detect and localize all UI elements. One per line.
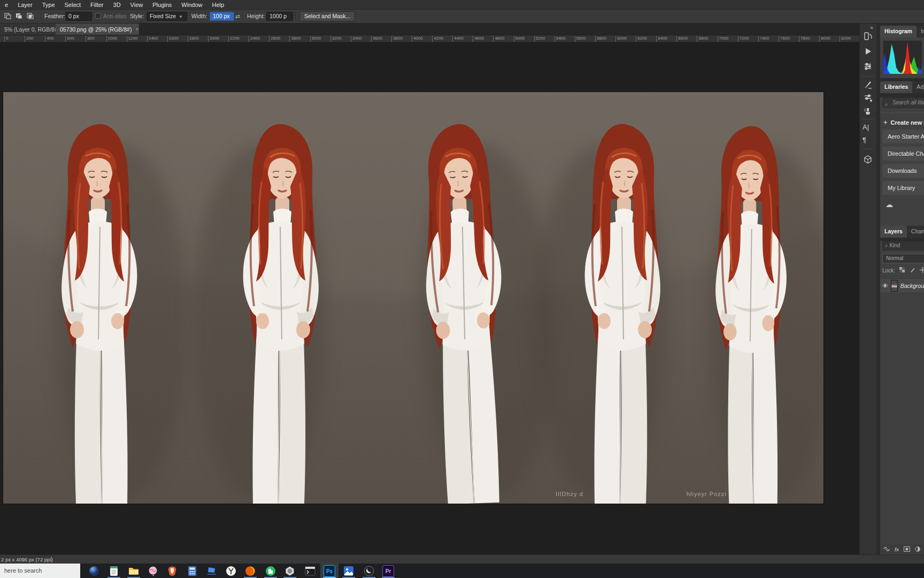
windows-taskbar: here to search Ps xyxy=(0,564,924,578)
hexagon-app-icon[interactable] xyxy=(283,565,296,577)
brain-app-icon[interactable] xyxy=(147,565,159,577)
close-tab-icon[interactable]: × xyxy=(135,26,138,32)
tab-adjustments[interactable]: Adjustme xyxy=(912,81,924,93)
terminal-icon[interactable] xyxy=(304,565,317,577)
lock-move-icon[interactable] xyxy=(920,267,924,274)
histogram-panel: Histogram Info xyxy=(880,26,924,78)
premiere-icon[interactable]: Pr xyxy=(382,565,395,577)
feather-input[interactable]: 0 px xyxy=(65,12,92,21)
menu-item-window[interactable]: Window xyxy=(176,2,207,8)
menu-item-3d[interactable]: 3D xyxy=(109,2,126,8)
antialias-label: Anti-alias xyxy=(103,13,126,19)
actions-play-icon[interactable] xyxy=(863,46,873,57)
menu-item-type[interactable]: Type xyxy=(37,2,60,8)
options-bar: Feather: 0 px Anti-alias Style: Fixed Si… xyxy=(0,10,924,24)
ruler-tick: 4400 xyxy=(452,36,464,42)
file-explorer-icon[interactable] xyxy=(127,565,140,577)
tab-document-1[interactable]: 5% (Layer 0, RGB/8#) * × xyxy=(0,24,64,35)
ruler-tick: 7800 xyxy=(799,36,810,42)
firefox-icon[interactable] xyxy=(244,565,257,577)
menu-item-filter[interactable]: Filter xyxy=(86,2,108,8)
brush-settings-icon[interactable] xyxy=(863,79,873,90)
watermark-text-left: IIlDhzy d xyxy=(556,491,583,497)
watermark-text-right: hliyeyr Pozzi Y A xyxy=(687,491,740,497)
adjustment-layer-icon[interactable] xyxy=(915,546,920,553)
menu-item-help[interactable]: Help xyxy=(207,2,229,8)
photoshop-icon[interactable]: Ps xyxy=(323,565,336,577)
tab-histogram[interactable]: Histogram xyxy=(880,26,917,37)
menu-item-e[interactable]: e xyxy=(0,2,13,8)
taskbar-search-input[interactable]: here to search xyxy=(0,564,80,578)
library-item-aero-starter-ass[interactable]: Aero Starter Ass xyxy=(882,130,924,143)
layer-style-icon[interactable]: fx xyxy=(895,547,899,552)
library-item-directable-chara[interactable]: Directable Chara xyxy=(882,147,924,161)
tool-presets-icon[interactable] xyxy=(863,92,873,103)
library-item-my-library[interactable]: My Library xyxy=(882,181,924,195)
tab-channels[interactable]: Channels xyxy=(907,226,924,238)
laptop-app-icon[interactable] xyxy=(205,565,218,577)
ruler-tick: 2800 xyxy=(289,36,301,42)
height-input[interactable]: 1000 p xyxy=(266,12,293,21)
layer-visibility-icon[interactable]: 👁 xyxy=(882,283,888,289)
canvas-pasteboard[interactable]: IIlDhzy d hliyeyr Pozzi Y A xyxy=(0,42,859,554)
antialias-option: Anti-alias xyxy=(95,13,126,19)
3d-panel-icon[interactable] xyxy=(863,154,873,165)
menu-item-plugins[interactable]: Plugins xyxy=(148,2,176,8)
obs-icon[interactable] xyxy=(363,565,375,577)
layer-name: Backgrou xyxy=(900,283,924,289)
tab-1-title: 5% (Layer 0, RGB/8#) * xyxy=(4,26,63,33)
ruler-tick: 7400 xyxy=(758,36,769,42)
style-dropdown[interactable]: Fixed Size▼ xyxy=(147,12,187,21)
new-selection-icon[interactable] xyxy=(3,12,12,20)
intersect-selection-icon[interactable] xyxy=(26,12,35,20)
document-image[interactable]: IIlDhzy d hliyeyr Pozzi Y A xyxy=(3,92,823,504)
ruler-tick: 1200 xyxy=(127,36,138,42)
swap-dimensions-icon[interactable]: ⇄ xyxy=(235,13,240,19)
collapse-panels-icon[interactable]: « xyxy=(870,25,873,31)
tab-layers[interactable]: Layers xyxy=(880,226,907,238)
layers-bottom-toolbar: fx xyxy=(880,544,924,554)
photoshop-label: Ps xyxy=(324,565,335,577)
layer-row-background[interactable]: 👁 Backgrou xyxy=(880,278,924,293)
adjustments-sliders-icon[interactable] xyxy=(863,61,873,72)
status-chevron-icon[interactable]: ⟩ xyxy=(51,556,53,562)
photos-icon[interactable] xyxy=(342,565,355,577)
device-preview-icon[interactable] xyxy=(863,31,873,42)
ruler-tick: 1800 xyxy=(188,36,199,42)
create-new-library-button[interactable]: +Create new li xyxy=(883,118,924,126)
character-panel-icon[interactable]: A| xyxy=(863,123,873,134)
library-item-downloads[interactable]: Downloads xyxy=(882,164,924,178)
height-label: Height: xyxy=(247,13,265,19)
blend-mode-dropdown[interactable]: Normal xyxy=(882,254,924,263)
libraries-panel: Libraries Adjustme ⌕ Search all libr +Cr… xyxy=(880,81,924,238)
menu-item-layer[interactable]: Layer xyxy=(13,2,37,8)
clone-source-icon[interactable] xyxy=(863,106,873,117)
lock-paint-icon[interactable] xyxy=(910,267,915,274)
ruler-tick: 2000 xyxy=(208,36,219,42)
menubar: eLayerTypeSelectFilter3DViewPluginsWindo… xyxy=(0,0,924,10)
lock-transparency-icon[interactable] xyxy=(899,267,905,274)
calculator-icon[interactable] xyxy=(186,565,198,577)
paragraph-panel-icon[interactable]: ¶ xyxy=(863,136,873,147)
width-input[interactable]: 100 px xyxy=(210,12,234,21)
notepad-icon[interactable] xyxy=(107,565,120,577)
link-layers-icon[interactable] xyxy=(883,546,890,553)
tab-libraries[interactable]: Libraries xyxy=(880,81,912,93)
sphere-app-icon[interactable] xyxy=(88,565,101,577)
menu-item-select[interactable]: Select xyxy=(60,2,86,8)
evernote-icon[interactable] xyxy=(264,565,277,577)
tab-document-2[interactable]: 05730.png @ 25% (RGB/8#) × xyxy=(56,24,140,35)
add-selection-icon[interactable] xyxy=(14,12,24,20)
ruler-tick: 6800 xyxy=(697,36,708,42)
layer-mask-icon[interactable] xyxy=(904,546,910,553)
premiere-label: Pr xyxy=(382,565,394,577)
y-app-icon[interactable] xyxy=(225,565,237,577)
select-and-mask-button[interactable]: Select and Mask... xyxy=(299,11,355,21)
ruler-tick: 3000 xyxy=(310,36,321,42)
tab-info[interactable]: Info xyxy=(917,26,924,37)
menu-item-view[interactable]: View xyxy=(126,2,148,8)
layer-filter-dropdown[interactable]: ⌕ Kind xyxy=(882,241,924,250)
photoshop-window: eLayerTypeSelectFilter3DViewPluginsWindo… xyxy=(0,0,924,578)
libraries-search-input[interactable]: ⌕ Search all libr xyxy=(882,97,924,108)
brave-browser-icon[interactable] xyxy=(166,565,179,577)
